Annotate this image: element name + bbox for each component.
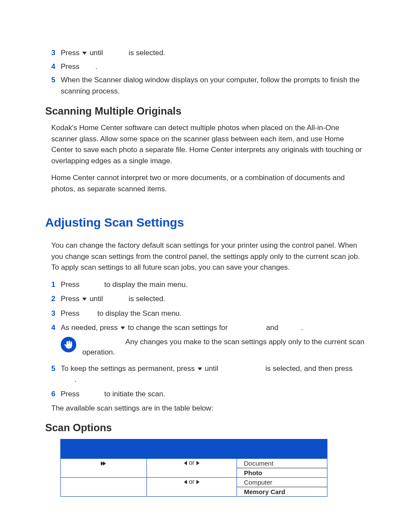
- text-fragment: Press: [61, 280, 81, 289]
- table-header: [61, 439, 327, 458]
- heading-adjusting-scan: Adjusting Scan Settings: [45, 216, 366, 230]
- scan-options-table: or Document Photo or Computer Memory Car…: [60, 439, 327, 497]
- table-cell: [61, 458, 147, 477]
- step-number: 5: [51, 75, 61, 96]
- step-3: 3 Press until is selected.: [45, 47, 366, 59]
- step-1: 1 Press to display the main menu.: [45, 279, 366, 290]
- step-number: 1: [51, 279, 61, 290]
- hand-wave-icon: [61, 337, 76, 352]
- table-cell: Document Photo: [237, 458, 327, 477]
- option-value: Document: [237, 459, 327, 468]
- option-value-default: Photo: [237, 468, 327, 477]
- down-arrow-icon: [82, 298, 87, 301]
- table-header-cell: [61, 439, 147, 458]
- down-arrow-icon: [82, 52, 87, 55]
- table-header-cell: [237, 439, 327, 458]
- text-fragment: Press: [61, 49, 81, 57]
- right-arrow-icon: [196, 461, 199, 465]
- heading-scan-options: Scan Options: [45, 422, 366, 434]
- note-block: Any changes you make to the scan setting…: [45, 337, 366, 358]
- text-fragment: is selected.: [127, 49, 165, 57]
- text-fragment: Press: [61, 295, 81, 303]
- adjust-step-list-cont: 5 To keep the settings as permanent, pre…: [45, 363, 366, 400]
- text-fragment: Press: [61, 309, 81, 317]
- step-text: To keep the settings as permanent, press…: [61, 363, 366, 385]
- step-text: Press until is selected.: [61, 47, 366, 59]
- paragraph-multi-2: Home Center cannot interpret two or more…: [45, 172, 366, 194]
- step-number: 6: [51, 389, 61, 400]
- table-row: or Document Photo: [61, 458, 327, 477]
- step-4: 4 As needed, press to change the scan se…: [45, 322, 366, 333]
- down-arrow-icon: [198, 367, 202, 370]
- note-text: Any changes you make to the scan setting…: [82, 337, 366, 358]
- step-number: 3: [51, 308, 61, 319]
- step-text: Press to initiate the scan.: [61, 389, 366, 400]
- text-fragment: To keep the settings as permanent, press: [61, 364, 197, 373]
- table-header-cell: [146, 439, 237, 458]
- text-fragment: until: [87, 295, 105, 303]
- step-6: 6 Press to initiate the scan.: [45, 389, 366, 400]
- text-fragment: until: [203, 364, 221, 373]
- table-cell: Computer Memory Card: [237, 477, 327, 496]
- text-fragment: .: [95, 62, 97, 71]
- step-number: 5: [51, 363, 61, 385]
- step-number: 2: [51, 293, 61, 305]
- step-text: Press to display the main menu.: [61, 279, 366, 290]
- text-fragment: or: [187, 459, 196, 466]
- text-fragment: Press: [61, 390, 81, 398]
- text-fragment: As needed, press: [61, 324, 120, 332]
- step-text: As needed, press to change the scan sett…: [61, 322, 366, 333]
- step-number: 3: [51, 47, 61, 59]
- table-cell: [61, 477, 147, 496]
- step-text: Press to display the Scan menu.: [61, 308, 366, 319]
- step-5: 5 When the Scanner dialog window display…: [45, 75, 366, 96]
- step-3: 3 Press to display the Scan menu.: [45, 308, 366, 319]
- step-5: 5 To keep the settings as permanent, pre…: [45, 363, 366, 385]
- right-arrow-icon: [196, 480, 199, 484]
- text-fragment: Press: [61, 62, 81, 71]
- option-value-default: Memory Card: [237, 487, 327, 496]
- text-fragment: Any changes you make to the scan setting…: [82, 338, 364, 357]
- fast-forward-icon: [101, 459, 106, 467]
- table-cell: or: [146, 458, 237, 477]
- step-4: 4 Press .: [45, 61, 366, 72]
- down-arrow-icon: [121, 327, 125, 330]
- left-arrow-icon: [184, 480, 187, 484]
- text-fragment: until: [87, 49, 105, 57]
- heading-scanning-multiple: Scanning Multiple Originals: [45, 105, 366, 117]
- text-fragment: to initiate the scan.: [102, 390, 165, 398]
- option-value: Computer: [237, 478, 327, 487]
- adjust-step-list: 1 Press to display the main menu. 2 Pres…: [45, 279, 366, 333]
- text-fragment: is selected.: [127, 295, 165, 303]
- text-fragment: .: [75, 375, 77, 383]
- text-fragment: to display the Scan menu.: [95, 309, 181, 317]
- text-fragment: to display the main menu.: [102, 280, 187, 289]
- paragraph-adjust: You can change the factory default scan …: [45, 240, 366, 273]
- page-content: 3 Press until is selected. 4 Press . 5 W…: [0, 0, 411, 532]
- step-text: When the Scanner dialog window displays …: [61, 75, 366, 96]
- text-fragment: and: [264, 324, 280, 332]
- text-fragment: .: [301, 324, 303, 332]
- left-arrow-icon: [184, 461, 187, 465]
- step-2: 2 Press until is selected.: [45, 293, 366, 305]
- step-text: Press .: [61, 61, 366, 72]
- text-fragment: to change the scan settings for: [126, 324, 230, 332]
- paragraph-multi-1: Kodak's Home Center software can detect …: [45, 122, 366, 166]
- step-text: Press until is selected.: [61, 293, 366, 305]
- text-fragment: or: [187, 478, 196, 485]
- text-fragment: is selected, and then press: [263, 364, 352, 373]
- table-row: or Computer Memory Card: [61, 477, 327, 496]
- step-number: 4: [51, 322, 61, 333]
- table-cell: or: [146, 477, 237, 496]
- paragraph-after-list: The available scan settings are in the t…: [45, 403, 366, 414]
- step-number: 4: [51, 61, 61, 72]
- top-step-list: 3 Press until is selected. 4 Press . 5 W…: [45, 47, 366, 96]
